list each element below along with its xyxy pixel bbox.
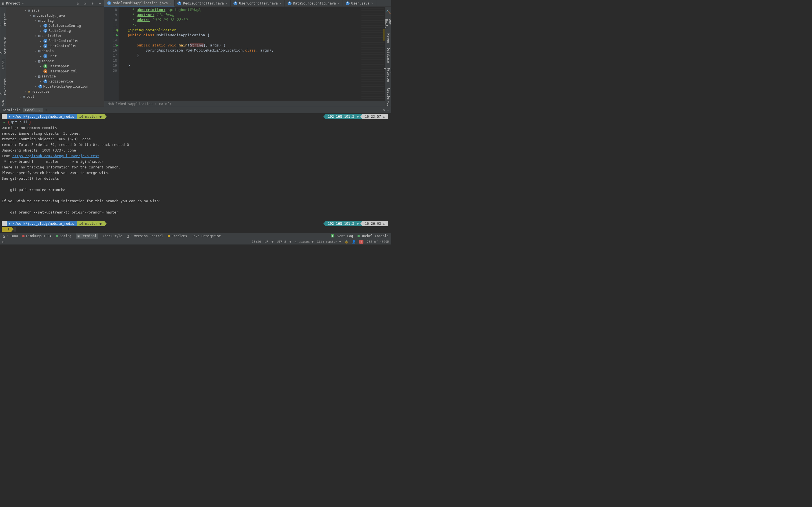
- bottom-tool-item[interactable]: Spring: [56, 234, 71, 238]
- toolwindow-icon[interactable]: ▢: [2, 240, 4, 244]
- status-indent[interactable]: 4 spaces ≑: [295, 240, 313, 244]
- bottom-tool-item[interactable]: 9: Version Control: [127, 234, 163, 238]
- collapse-icon[interactable]: ⇲: [83, 1, 87, 6]
- tree-item[interactable]: ▾▥com.study.java: [6, 13, 104, 18]
- tree-arrow-icon[interactable]: ▸: [40, 40, 42, 43]
- tree-item[interactable]: ▸IUserMapper: [6, 64, 104, 69]
- gutter[interactable]: 891011121314151617181920: [104, 7, 119, 101]
- tree-item[interactable]: ▸CUserController: [6, 43, 104, 48]
- bottom-tool-item[interactable]: Problems: [168, 234, 187, 238]
- minimap[interactable]: [360, 7, 385, 101]
- tree-arrow-icon[interactable]: ▸: [35, 85, 37, 88]
- target-icon[interactable]: ◎: [75, 1, 80, 6]
- editor-tab[interactable]: CUserController.java×: [231, 0, 285, 6]
- tree-item[interactable]: ▸CUser: [6, 54, 104, 59]
- add-terminal-button[interactable]: +: [45, 108, 47, 112]
- tree-arrow-icon[interactable]: ▸: [24, 90, 27, 93]
- status-lf[interactable]: LF: [264, 240, 268, 244]
- tree-item[interactable]: ▾▥domain: [6, 48, 104, 54]
- tree-item[interactable]: ▾▥mapper: [6, 59, 104, 64]
- tree-item[interactable]: ▸CRedisService: [6, 79, 104, 84]
- status-memory[interactable]: 735 of 4029M: [367, 240, 389, 244]
- tree-arrow-icon[interactable]: ▾: [35, 50, 37, 53]
- tree-item[interactable]: ▸CRedisConfig: [6, 28, 104, 33]
- tree-arrow-icon[interactable]: ▾: [35, 60, 37, 63]
- editor-tab[interactable]: CRedisController.java×: [174, 0, 231, 6]
- bottom-tool-item[interactable]: 1Event Log: [331, 234, 353, 238]
- tree-arrow-icon[interactable]: ▾: [35, 34, 37, 38]
- close-icon[interactable]: ×: [280, 1, 282, 5]
- tree-arrow-icon[interactable]: ▸: [40, 45, 42, 48]
- editor-tab[interactable]: CMobileRedisApplication.java×: [104, 0, 174, 6]
- strip-maven[interactable]: Maven: [387, 33, 390, 44]
- bottom-tool-item[interactable]: Java Enterprise: [192, 234, 221, 238]
- tree-arrow-icon[interactable]: ▾: [35, 75, 37, 78]
- terminal-body[interactable]: ▸ ~/work/java_study/mobile_redis ⎇ maste…: [0, 113, 391, 233]
- status-git[interactable]: Git: master ≑: [317, 240, 341, 244]
- tree-arrow-icon[interactable]: ▾: [35, 19, 37, 22]
- close-icon[interactable]: ×: [169, 1, 171, 5]
- strip-structure[interactable]: Z: Structure: [0, 33, 7, 55]
- close-icon[interactable]: ×: [225, 1, 227, 5]
- bottom-tool-item[interactable]: CheckStyle: [103, 234, 122, 238]
- gear-icon[interactable]: ⚙: [90, 1, 95, 6]
- bottom-tool-item[interactable]: ▣Terminal: [76, 233, 98, 238]
- spring-gutter-icon[interactable]: ◉: [116, 27, 118, 33]
- tree-arrow-icon[interactable]: ▸: [40, 24, 42, 27]
- close-icon[interactable]: ×: [371, 1, 373, 5]
- gear-icon[interactable]: ⚙: [383, 108, 385, 112]
- tree-item[interactable]: ▾▣java: [6, 8, 104, 13]
- close-icon[interactable]: ×: [38, 108, 40, 112]
- tree-arrow-icon[interactable]: ▸: [40, 29, 42, 33]
- tree-item[interactable]: ▸CMobileRedisApplication: [6, 84, 104, 89]
- tree-item[interactable]: ▾▥service: [6, 74, 104, 79]
- tree-item[interactable]: xUserMapper.xml: [6, 69, 104, 74]
- strip-jrebel[interactable]: JRebel: [1, 58, 5, 71]
- close-icon[interactable]: ×: [338, 1, 340, 5]
- run-gutter-icon[interactable]: ▶: [116, 33, 118, 38]
- run-gutter-icon[interactable]: ▶: [116, 43, 118, 48]
- strip-web[interactable]: Web: [1, 99, 5, 107]
- folder-icon: ▤: [2, 1, 4, 5]
- breadcrumb-class[interactable]: MobileRedisApplication: [108, 102, 153, 106]
- inspect-icon[interactable]: 👤: [352, 240, 356, 244]
- tree-arrow-icon[interactable]: ▾: [24, 9, 27, 12]
- strip-ant[interactable]: Ant Build: [385, 18, 391, 30]
- tree-item[interactable]: ▸▣resources: [6, 89, 104, 94]
- bottom-tool-item[interactable]: 6: TODO: [3, 234, 18, 238]
- tree-item[interactable]: ▸CRedisController: [6, 38, 104, 43]
- tree-item[interactable]: ▾▥controller: [6, 33, 104, 38]
- status-encoding[interactable]: UTF-8: [277, 240, 286, 244]
- strip-project[interactable]: 1: Project: [0, 8, 7, 27]
- lock-icon[interactable]: 🔒: [345, 240, 349, 244]
- breadcrumb[interactable]: MobileRedisApplication › main(): [104, 101, 385, 107]
- tree-arrow-icon[interactable]: ▾: [29, 14, 32, 17]
- bottom-tool-item[interactable]: FindBugs-IDEA: [22, 234, 51, 238]
- status-position[interactable]: 15:29: [252, 240, 261, 244]
- tree-arrow-icon[interactable]: ▸: [40, 65, 42, 68]
- tree-item[interactable]: ▸▣test: [6, 94, 104, 99]
- project-tree[interactable]: ▾▣java▾▥com.study.java▾▥config▸CDataSour…: [6, 7, 104, 107]
- breadcrumb-method[interactable]: main(): [159, 102, 171, 106]
- strip-database[interactable]: Database: [387, 47, 390, 64]
- terminal-output-line: Please specify which branch you want to …: [2, 170, 390, 176]
- hide-icon[interactable]: —: [387, 108, 389, 112]
- tree-arrow-icon[interactable]: ▸: [40, 80, 42, 83]
- tree-arrow-icon[interactable]: ▸: [40, 55, 42, 58]
- tree-item[interactable]: ▾▥config: [6, 18, 104, 23]
- tree-arrow-icon[interactable]: ▸: [19, 95, 22, 98]
- tree-item[interactable]: ▸CDataSourceConfig: [6, 23, 104, 28]
- bottom-tool-item[interactable]: JRebel Console: [357, 234, 389, 238]
- project-tool-header[interactable]: ▤ Project ▾ ◎ ⇲ ⚙ —: [0, 1, 104, 6]
- strip-favorites[interactable]: 2: Favorites: [0, 74, 7, 96]
- error-badge-icon[interactable]: !: [359, 240, 363, 244]
- hide-icon[interactable]: —: [98, 1, 102, 6]
- package-icon: ▥: [38, 59, 40, 63]
- editor-tab[interactable]: CUser.java×: [343, 0, 376, 6]
- editor-tab[interactable]: CDataSourceConfig.java×: [285, 0, 343, 6]
- code-editor[interactable]: * @Description: springboot启动类 * @author:…: [119, 7, 385, 101]
- terminal-tab[interactable]: Local ×: [23, 108, 43, 112]
- hammer-icon[interactable]: 🔨: [386, 10, 391, 14]
- terminal-link[interactable]: https://github.com/ShengLiuDave/java_tes…: [12, 154, 100, 158]
- chevron-down-icon[interactable]: ▾: [22, 1, 24, 5]
